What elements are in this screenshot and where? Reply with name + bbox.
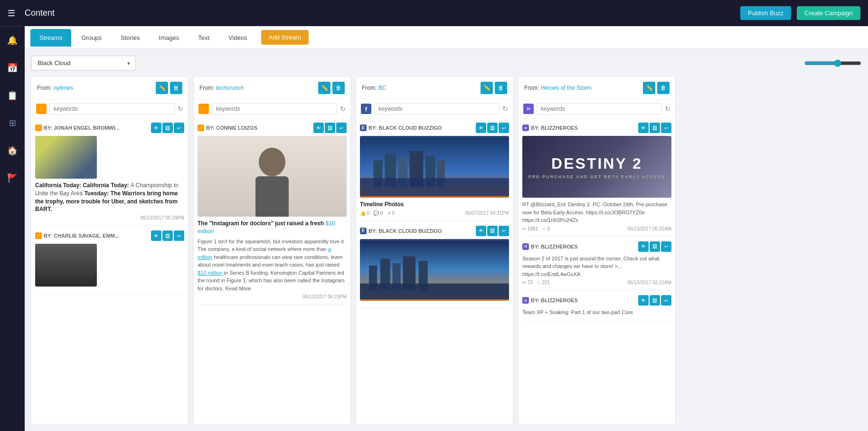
facebook-icon-bc: f xyxy=(361,104,371,114)
feed-item-author: H By: BlizzHeroes xyxy=(522,125,578,131)
feed-image-button[interactable]: 🖼 xyxy=(650,241,660,252)
sidebar-icon-bell[interactable]: 🔔 xyxy=(4,32,21,49)
feed-actions: 👁 🖼 ↩ xyxy=(151,123,184,133)
publish-buzz-button[interactable]: Publish Buzz xyxy=(740,6,791,20)
rss-icon-small: ☄ xyxy=(35,125,42,131)
col-delete-button-nytimes[interactable]: 🗑 xyxy=(170,82,182,94)
feed-image-button[interactable]: 🖼 xyxy=(650,295,660,306)
heroes-icon-small: H xyxy=(522,125,529,131)
feed-actions: 👁 🖼 ↩ xyxy=(151,230,184,241)
stream-column-techcrunch: From: techcrunch ✏️ 🗑 ☄ ↻ xyxy=(194,77,350,424)
col-source-link-heroes[interactable]: Heroes of the Storm xyxy=(541,85,592,91)
col-from-nytimes: From: nytimes xyxy=(37,85,73,91)
fb-icon-small: f xyxy=(360,228,367,234)
feed-view-button[interactable]: 👁 xyxy=(638,295,649,306)
fb-icon-small: f xyxy=(360,125,367,131)
svg-rect-1 xyxy=(255,176,289,217)
create-campaign-button[interactable]: Create Campaign xyxy=(797,6,860,20)
col-delete-button-bc[interactable]: 🗑 xyxy=(495,82,507,94)
col-edit-button-techcrunch[interactable]: ✏️ xyxy=(318,82,330,94)
feed-share-button[interactable]: ↩ xyxy=(174,123,184,133)
hamburger-icon[interactable]: ☰ xyxy=(8,8,15,19)
refresh-button-techcrunch[interactable]: ↻ xyxy=(340,105,346,113)
heroes-icon: H xyxy=(523,104,534,114)
page-title: Content xyxy=(25,8,735,18)
feed-share-button[interactable]: ↩ xyxy=(499,226,509,236)
feed-share-button[interactable]: ↩ xyxy=(174,230,184,241)
refresh-button-nytimes[interactable]: ↻ xyxy=(178,105,183,113)
feed-view-button[interactable]: 👁 xyxy=(151,123,161,133)
feed-title: The "Instagram for doctors" just raised … xyxy=(198,220,347,236)
col-feed-techcrunch: ☄ By: Connie Loizos 👁 🖼 ↩ xyxy=(194,119,350,424)
tab-streams[interactable]: Streams xyxy=(30,29,71,47)
tab-videos[interactable]: Videos xyxy=(219,29,256,47)
col-from-techcrunch: From: techcrunch xyxy=(199,85,244,91)
feed-view-button[interactable]: 👁 xyxy=(313,123,324,133)
keywords-input-nytimes[interactable] xyxy=(49,103,175,115)
stream-select-wrapper: Black Cloud Stream 2 Stream 3 xyxy=(31,56,136,70)
feed-share-button[interactable]: ↩ xyxy=(661,123,671,133)
sidebar-icon-calendar[interactable]: 📅 xyxy=(4,59,21,77)
feed-share-button[interactable]: ↩ xyxy=(661,241,671,252)
refresh-button-heroes[interactable]: ↻ xyxy=(665,105,670,113)
author-name: By: CHARLIE SAVAGE, EMM... xyxy=(44,233,119,239)
author-name: By: JONAH ENGEL BROMWI... xyxy=(44,125,120,131)
sidebar-icon-flag[interactable]: 🚩 xyxy=(4,170,21,187)
feed-share-button[interactable]: ↩ xyxy=(661,295,671,306)
feed-timestamp: 06/07/2017 04:31PM xyxy=(465,211,509,216)
tab-groups[interactable]: Groups xyxy=(72,29,111,47)
feed-share-button[interactable]: ↩ xyxy=(499,123,509,133)
add-stream-button[interactable]: Add Stream xyxy=(261,30,309,45)
star-count: ☆ 221 xyxy=(537,280,550,285)
feed-item-author: f By: Black Cloud Buzzigo xyxy=(360,125,442,131)
feed-share-button[interactable]: ↩ xyxy=(336,123,347,133)
col-edit-button-bc[interactable]: ✏️ xyxy=(481,82,493,94)
feed-image-button[interactable]: 🖼 xyxy=(162,123,173,133)
col-header-nytimes: From: nytimes ✏️ 🗑 xyxy=(31,77,188,99)
feed-image-button[interactable]: 🖼 xyxy=(487,123,498,133)
author-name: By: BlizzHeroes xyxy=(531,244,578,249)
share-count: ↗ 0 xyxy=(387,211,395,216)
rss-icon-techcrunch: ☄ xyxy=(198,104,209,114)
col-search-nytimes: ☄ ↻ xyxy=(31,99,188,119)
feed-item-header: f By: Black Cloud Buzzigo 👁 🖼 ↩ xyxy=(360,123,509,133)
keywords-input-bc[interactable] xyxy=(374,103,500,115)
keywords-input-techcrunch[interactable] xyxy=(212,103,337,115)
rss-icon-small: ☄ xyxy=(35,232,42,239)
feed-view-button[interactable]: 👁 xyxy=(476,226,486,236)
keywords-input-heroes[interactable] xyxy=(537,103,662,115)
feed-body: Figure 1 isn't for the squeamish, but in… xyxy=(198,238,347,293)
svg-rect-16 xyxy=(360,283,509,299)
feed-item-header: H By: BlizzHeroes 👁 🖼 ↩ xyxy=(522,295,671,306)
col-delete-button-techcrunch[interactable]: 🗑 xyxy=(332,82,345,94)
person-svg xyxy=(246,141,298,217)
sidebar-icon-home[interactable]: 🏠 xyxy=(4,142,21,159)
tab-images[interactable]: Images xyxy=(150,29,189,47)
feed-image-button[interactable]: 🖼 xyxy=(487,226,498,236)
col-delete-button-heroes[interactable]: 🗑 xyxy=(657,82,670,94)
feed-item: ☄ By: JONAH ENGEL BROMWI... 👁 🖼 ↩ xyxy=(35,123,184,226)
tab-text[interactable]: Text xyxy=(189,29,218,47)
feed-view-button[interactable]: 👁 xyxy=(638,123,649,133)
col-source-link-techcrunch[interactable]: techcrunch xyxy=(216,85,244,91)
col-source-link-nytimes[interactable]: nytimes xyxy=(54,85,73,91)
col-source-link-bc[interactable]: BC xyxy=(378,85,387,91)
zoom-slider[interactable] xyxy=(804,59,861,67)
tab-stories[interactable]: Stories xyxy=(112,29,149,47)
main-content: Streams Groups Stories Images Text Video… xyxy=(25,26,868,431)
feed-view-button[interactable]: 👁 xyxy=(638,241,649,252)
col-edit-button-nytimes[interactable]: ✏️ xyxy=(156,82,168,94)
feed-view-button[interactable]: 👁 xyxy=(476,123,486,133)
feed-item: H By: BlizzHeroes 👁 🖼 ↩ xyxy=(522,123,671,237)
col-feed-nytimes: ☄ By: JONAH ENGEL BROMWI... 👁 🖼 ↩ xyxy=(31,119,188,424)
feed-body: Team XP + Soaking: Part 1 of our two-par… xyxy=(522,308,671,316)
feed-image-button[interactable]: 🖼 xyxy=(162,230,173,241)
feed-image-button[interactable]: 🖼 xyxy=(325,123,335,133)
feed-view-button[interactable]: 👁 xyxy=(151,230,161,241)
sidebar-icon-grid[interactable]: ⊞ xyxy=(4,115,21,132)
col-edit-button-heroes[interactable]: ✏️ xyxy=(643,82,655,94)
stream-select[interactable]: Black Cloud Stream 2 Stream 3 xyxy=(31,56,136,70)
feed-image-button[interactable]: 🖼 xyxy=(650,123,660,133)
sidebar-icon-list[interactable]: 📋 xyxy=(4,87,21,104)
refresh-button-bc[interactable]: ↻ xyxy=(502,105,508,113)
